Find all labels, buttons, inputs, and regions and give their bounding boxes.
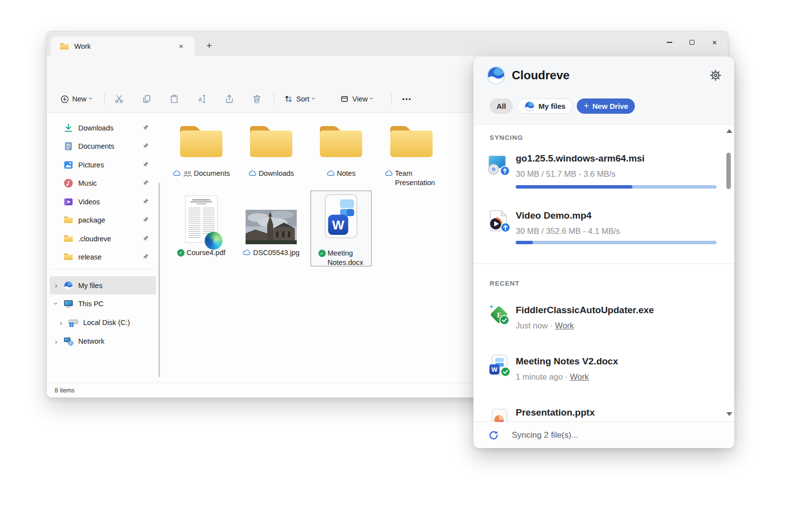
folder-tile-team-presentation[interactable]: Team Presentation <box>376 119 446 189</box>
folder-tile-downloads[interactable]: Downloads <box>236 119 306 189</box>
sidebar-item-documents[interactable]: Documents <box>50 137 156 156</box>
sidebar-item-cloudreve-folder[interactable]: .cloudreve <box>50 229 156 248</box>
minimize-button[interactable] <box>658 32 681 53</box>
cut-button[interactable] <box>108 90 130 108</box>
sync-file-name: Video Demo.mp4 <box>516 210 592 221</box>
recent-time: Just now <box>516 321 548 330</box>
pin-icon[interactable] <box>141 198 149 206</box>
cloudreve-logo-icon <box>524 101 535 112</box>
copy-icon <box>142 94 152 104</box>
fiddler-exe-icon: F <box>487 303 511 326</box>
share-icon <box>224 94 234 104</box>
file-name: DSC05543.jpg <box>253 248 299 258</box>
pin-icon[interactable] <box>141 161 149 169</box>
tab-work[interactable]: Work × <box>51 36 194 56</box>
sidebar-divider <box>52 269 155 269</box>
chevron-right-icon[interactable]: › <box>53 337 60 346</box>
chevron-down-icon: › <box>310 97 318 100</box>
pin-icon[interactable] <box>141 216 149 224</box>
sidebar-item-local-disk[interactable]: › Local Disk (C:) <box>55 314 156 332</box>
folder-icon <box>63 215 73 225</box>
new-drive-button[interactable]: + New Drive <box>577 98 635 114</box>
cloud-status-icon <box>173 170 181 177</box>
pin-icon[interactable] <box>141 142 149 150</box>
rename-button[interactable]: A <box>191 90 213 108</box>
view-button[interactable]: View › <box>335 90 378 108</box>
chevron-down-icon[interactable]: › <box>52 300 61 307</box>
folder-tile-notes[interactable]: Notes <box>306 119 376 189</box>
view-button-label: View <box>352 95 368 103</box>
sidebar-item-my-files[interactable]: › My files <box>50 276 156 294</box>
new-tab-button[interactable]: + <box>202 39 216 53</box>
syncing-section-header: SYNCING <box>490 134 523 141</box>
pictures-icon <box>63 160 73 170</box>
gear-icon[interactable] <box>710 69 721 81</box>
svg-text:W: W <box>332 218 344 232</box>
more-options-button[interactable]: ••• <box>397 90 417 108</box>
copy-button[interactable] <box>136 90 157 108</box>
videos-icon <box>63 197 73 207</box>
svg-text:A: A <box>198 97 202 102</box>
items-count: 8 items <box>55 387 74 394</box>
paste-button[interactable] <box>163 90 185 108</box>
photo-thumbnail <box>246 210 297 244</box>
sidebar-item-music[interactable]: Music <box>50 174 156 193</box>
file-tile-meeting-notes-docx[interactable]: W ✓ Meeting Notes.docx <box>306 191 376 269</box>
folder-name: Notes <box>337 169 356 178</box>
new-button[interactable]: New › <box>54 90 99 108</box>
recent-location-link[interactable]: Work <box>570 372 589 381</box>
sidebar-item-downloads[interactable]: Downloads <box>50 119 156 137</box>
chevron-right-icon[interactable]: › <box>53 281 60 290</box>
sync-status-icon <box>488 430 499 441</box>
edge-logo-icon <box>205 232 222 250</box>
recent-location-link[interactable]: Work <box>555 321 574 330</box>
video-file-icon <box>487 209 511 233</box>
pin-icon[interactable] <box>141 179 149 187</box>
scroll-up-arrow[interactable] <box>726 129 732 133</box>
tab-close-icon[interactable]: × <box>176 41 187 52</box>
toolbar-divider <box>104 93 105 105</box>
tab-strip: Work × + × <box>47 32 728 56</box>
close-button[interactable]: × <box>703 32 726 53</box>
rename-icon: A <box>197 94 207 104</box>
shared-people-icon <box>183 171 192 177</box>
sync-file-detail: 30 MB / 51.7 MB - 3.6 MB/s <box>516 169 616 179</box>
sort-button[interactable]: Sort › <box>279 90 320 108</box>
folder-tile-documents[interactable]: Documents <box>166 119 236 189</box>
progress-bar <box>516 241 717 244</box>
sidebar-item-videos[interactable]: Videos <box>50 193 156 211</box>
sidebar-item-release[interactable]: release <box>50 248 156 266</box>
delete-button[interactable] <box>246 90 268 108</box>
filter-my-files[interactable]: My files <box>517 98 573 114</box>
plus-icon: + <box>584 101 589 110</box>
file-tile-dsc05543-jpg[interactable]: DSC05543.jpg <box>236 191 306 269</box>
pin-icon[interactable] <box>141 124 149 132</box>
file-name: Course4.pdf <box>187 248 225 258</box>
pin-icon[interactable] <box>141 235 149 243</box>
music-icon <box>63 178 73 188</box>
sidebar-item-this-pc[interactable]: › This PC <box>50 295 156 313</box>
panel-scrollbar-thumb[interactable] <box>726 153 731 189</box>
share-button[interactable] <box>219 90 240 108</box>
pin-icon[interactable] <box>141 253 149 261</box>
powerpoint-file-icon <box>487 408 511 422</box>
sidebar-scrollbar[interactable] <box>158 183 160 377</box>
filter-all[interactable]: All <box>490 98 513 114</box>
chevron-right-icon[interactable]: › <box>58 319 64 327</box>
tab-label: Work <box>74 42 91 50</box>
folder-name: Team Presentation <box>395 169 438 188</box>
plus-circle-icon <box>61 95 69 103</box>
downloads-icon <box>63 123 73 133</box>
sidebar-item-network[interactable]: › Network <box>50 332 156 351</box>
sidebar-item-pictures[interactable]: Pictures <box>50 156 156 174</box>
synced-status-icon: ✓ <box>318 250 326 257</box>
documents-icon <box>63 141 73 151</box>
scroll-down-arrow[interactable] <box>726 412 732 416</box>
sidebar-item-package[interactable]: package <box>50 211 156 229</box>
maximize-button[interactable] <box>681 32 703 53</box>
file-tile-course4-pdf[interactable]: ✓ Course4.pdf <box>166 191 236 269</box>
sync-status-text: Syncing 2 file(s)... <box>512 430 578 440</box>
recent-file-name: Meeting Notes V2.docx <box>516 356 618 367</box>
recent-time: 1 minute ago <box>516 372 562 381</box>
word-file-icon: W <box>487 354 511 378</box>
